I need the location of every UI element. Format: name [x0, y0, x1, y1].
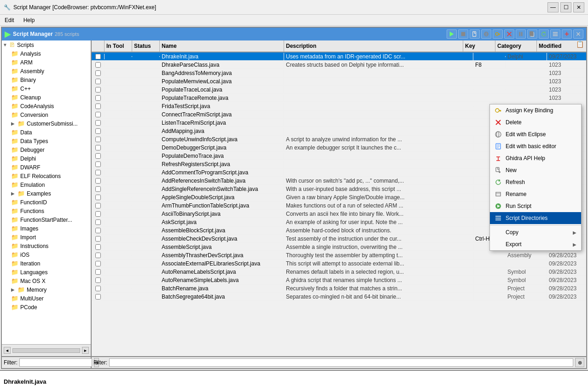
table-row[interactable]: BangAddressToMemory.java 1023 — [92, 69, 586, 77]
table-row[interactable]: PopulateTraceLocal.java 1023 — [92, 86, 586, 94]
row-checkbox[interactable] — [92, 228, 105, 233]
table-row[interactable]: PopulateTraceRemote.java 1023 — [92, 94, 586, 102]
row-checkbox[interactable] — [92, 137, 105, 142]
header-modified[interactable]: Modified — [537, 40, 576, 52]
horizontal-scrollbar[interactable] — [12, 348, 80, 353]
tree-item-arm[interactable]: 📁 ARM — [2, 58, 91, 67]
row-checkbox[interactable] — [92, 186, 105, 192]
close-button[interactable]: ✕ — [573, 2, 584, 12]
tree-item-emulation[interactable]: 📁 Emulation — [2, 180, 91, 189]
header-category[interactable]: Category — [495, 40, 537, 52]
tree-item-functionstartpatter[interactable]: 📁 FunctionStartPatter... — [2, 215, 91, 224]
row-checkbox-input[interactable] — [95, 178, 101, 184]
tree-item-dwarf[interactable]: 📁 DWARF — [2, 163, 91, 172]
tree-item-datatypes[interactable]: 📁 Data Types — [2, 137, 91, 145]
filter-left-input[interactable] — [19, 358, 92, 367]
row-checkbox[interactable] — [92, 261, 105, 266]
delete-button[interactable] — [504, 29, 514, 39]
row-checkbox[interactable] — [92, 277, 105, 283]
tree-item-images[interactable]: 📁 Images — [2, 224, 91, 233]
row-checkbox-input[interactable] — [95, 95, 101, 101]
header-description[interactable]: Description — [284, 40, 463, 52]
row-checkbox[interactable] — [92, 269, 105, 275]
ctx-rename[interactable]: Rename — [490, 188, 581, 200]
table-row[interactable]: BatchRename.java Recursively finds a fol… — [92, 284, 586, 293]
minimize-button[interactable]: — — [547, 2, 559, 12]
tree-item-functionid[interactable]: 📁 FunctionID — [2, 198, 91, 207]
tree-item-customersubmission[interactable]: ▶ 📁 CustomerSubmissi... — [2, 119, 91, 128]
tree-item-ios[interactable]: 📁 iOS — [2, 250, 91, 259]
tree-item-languages[interactable]: 📁 Languages — [2, 268, 91, 277]
tree-item-functions[interactable]: 📁 Functions — [2, 207, 91, 215]
row-checkbox-input[interactable] — [95, 112, 101, 117]
row-checkbox[interactable] — [92, 203, 105, 208]
tree-item-macosx[interactable]: 📁 Mac OS X — [2, 277, 91, 285]
row-checkbox[interactable] — [92, 70, 105, 76]
table-row[interactable]: AutoRenameSimpleLabels.java A ghidra scr… — [92, 276, 586, 284]
row-checkbox-input[interactable] — [95, 261, 101, 266]
pause-button[interactable] — [516, 29, 526, 39]
tree-item-debugger[interactable]: 📁 Debugger — [2, 145, 91, 154]
table-row[interactable]: PopulateMemviewLocal.java 1023 — [92, 77, 586, 86]
maximize-button[interactable]: ☐ — [560, 2, 571, 12]
refresh-toolbar-button[interactable] — [539, 29, 549, 39]
ctx-script-dirs[interactable]: Script Directories — [490, 212, 581, 224]
row-checkbox-input[interactable] — [95, 153, 101, 159]
list-button[interactable] — [550, 29, 560, 39]
tree-item-pcode[interactable]: 📁 PCode — [2, 303, 91, 311]
table-row[interactable]: AutoRenameLabelsScript.java Renames defa… — [92, 268, 586, 276]
tree-item-conversion[interactable]: 📁 Conversion — [2, 110, 91, 119]
ctx-assign-key[interactable]: Assign Key Binding — [490, 104, 581, 116]
tree-item-delphi[interactable]: 📁 Delphi — [2, 154, 91, 163]
ctx-export[interactable]: Export ▶ — [490, 238, 581, 250]
row-checkbox-input[interactable] — [95, 219, 101, 225]
row-checkbox-input[interactable] — [95, 170, 101, 175]
row-checkbox[interactable] — [92, 195, 105, 200]
row-checkbox-input[interactable] — [95, 79, 101, 84]
row-checkbox[interactable] — [92, 104, 105, 109]
ctx-edit-basic[interactable]: Edit with basic editor — [490, 140, 581, 152]
ctx-run-script[interactable]: Run Script — [490, 200, 581, 212]
tree-item-multiuser[interactable]: 📁 MultiUser — [2, 294, 91, 303]
row-checkbox-input[interactable] — [95, 161, 101, 167]
tree-item-cleanup[interactable]: 📁 Cleanup — [2, 93, 91, 102]
row-checkbox-input[interactable] — [95, 253, 101, 258]
header-key[interactable]: Key — [463, 40, 495, 52]
row-checkbox-input[interactable] — [95, 62, 101, 68]
row-checkbox[interactable] — [92, 253, 105, 258]
row-checkbox[interactable] — [92, 79, 105, 84]
tree-item-memory[interactable]: ▶ 📁 Memory — [2, 285, 91, 294]
row-checkbox-input[interactable] — [95, 294, 101, 300]
filter-right-button[interactable]: ⊗ — [575, 358, 584, 367]
row-checkbox-input[interactable] — [95, 211, 101, 217]
tree-item-iteration[interactable]: 📁 Iteration — [2, 259, 91, 268]
tree-item-instructions[interactable]: 📁 Instructions — [2, 242, 91, 250]
tree-item-assembly[interactable]: 📁 Assembly — [2, 67, 91, 75]
row-checkbox-input[interactable] — [95, 228, 101, 233]
row-checkbox-input[interactable] — [95, 87, 101, 92]
copy-toolbar-button[interactable] — [527, 29, 537, 39]
row-checkbox[interactable] — [92, 54, 105, 59]
table-row[interactable]: BatchSegregate64bit.java Separates co-mi… — [92, 293, 586, 301]
tree-item-data[interactable]: 📁 Data — [2, 128, 91, 137]
header-name[interactable]: Name — [160, 40, 284, 52]
ctx-refresh[interactable]: Refresh — [490, 176, 581, 188]
row-checkbox-input[interactable] — [95, 54, 101, 59]
filter-right-input[interactable] — [109, 358, 573, 367]
tree-item-analysis[interactable]: 📁 Analysis — [2, 49, 91, 58]
row-checkbox[interactable] — [92, 286, 105, 291]
row-checkbox[interactable] — [92, 120, 105, 126]
run-button[interactable] — [447, 29, 457, 39]
header-intool[interactable]: In Tool — [105, 40, 132, 52]
table-row[interactable]: AssociateExternalPELibrariesScript.java … — [92, 259, 586, 268]
row-checkbox[interactable] — [92, 128, 105, 134]
row-checkbox[interactable] — [92, 244, 105, 250]
tree-item-elfrelocations[interactable]: 📁 ELF Relocations — [2, 172, 91, 180]
tree-item-scripts[interactable]: ▼ 🖹 Scripts — [2, 40, 91, 49]
row-checkbox[interactable] — [92, 178, 105, 184]
tree-item-binary[interactable]: 📁 Binary — [2, 75, 91, 84]
row-checkbox[interactable] — [92, 236, 105, 242]
row-checkbox-input[interactable] — [95, 236, 101, 242]
row-checkbox[interactable] — [92, 170, 105, 175]
ctx-delete[interactable]: Delete — [490, 116, 581, 128]
